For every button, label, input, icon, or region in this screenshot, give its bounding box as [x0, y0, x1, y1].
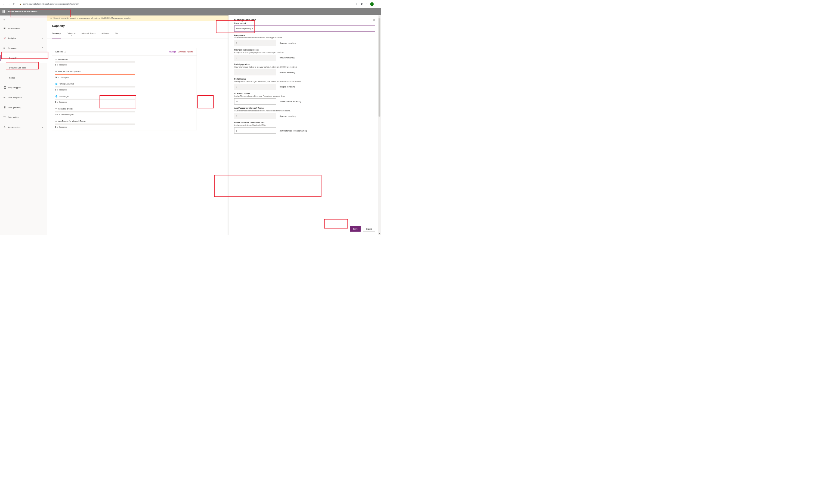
- sidebar-item-analytics[interactable]: 📈Analytics⌄: [0, 33, 47, 43]
- waffle-icon[interactable]: [2, 10, 5, 13]
- addon-label: App Passes for Microsoft Teams: [58, 120, 85, 122]
- capacity-input: [234, 69, 276, 75]
- sidebar-item-data-policies[interactable]: 🛡Data policies: [0, 112, 47, 122]
- headset-icon: 🎧: [4, 86, 6, 89]
- capacity-item-desc: Manage the number of logins allowed on y…: [234, 80, 375, 82]
- panel-capacity-item: App Passes for Microsoft Teams Give unli…: [234, 107, 375, 119]
- url-bar[interactable]: 🔒 admin.powerplatform.microsoft.com/reso…: [17, 1, 353, 7]
- forward-icon[interactable]: →: [7, 2, 11, 6]
- clear-icon[interactable]: ✕: [252, 27, 254, 29]
- sidebar-item-portals[interactable]: Portals: [0, 73, 47, 83]
- environment-value: MSFT PA (default): [237, 27, 251, 29]
- panel-capacity-item: Flow per business process Assign capacit…: [234, 49, 375, 61]
- capacity-remaining: 0 views remaining: [280, 71, 295, 73]
- sidebar-item-environments[interactable]: ▣Environments: [0, 23, 47, 33]
- tab-summary[interactable]: Summary: [52, 31, 61, 38]
- save-button[interactable]: Save: [350, 226, 361, 232]
- star-icon[interactable]: ☆: [355, 2, 359, 6]
- capacity-item-desc: Give unlicensed users access to Power Ap…: [234, 110, 375, 112]
- lock-icon: 🔒: [19, 3, 22, 5]
- reload-icon[interactable]: ⟳: [12, 2, 16, 6]
- addon-label: Portal logins: [59, 95, 70, 97]
- panel-capacity-item: Power Automate Unattended RPA Assign cap…: [234, 122, 375, 134]
- capacity-item-title: Portal logins: [234, 78, 375, 80]
- shield-icon: 🛡: [4, 116, 6, 119]
- addon-progress-bar: [55, 111, 135, 112]
- panel-scrollbar[interactable]: ▴ ▾: [378, 15, 381, 235]
- banner-link[interactable]: Manage added capacity.: [111, 17, 130, 19]
- analytics-icon: 📈: [4, 37, 6, 39]
- addon-icon: ▭: [55, 58, 57, 60]
- banner-text: Some of your added capacity is temporary…: [53, 17, 111, 19]
- download-reports-link[interactable]: Download reports: [177, 50, 193, 54]
- extension-icon[interactable]: ◧: [360, 2, 364, 6]
- capacity-remaining: 249880 credits remaining: [280, 100, 301, 102]
- tab-add-ons[interactable]: Add-ons: [101, 31, 108, 38]
- profile-avatar[interactable]: r: [370, 2, 374, 6]
- scroll-down-icon[interactable]: ▾: [379, 233, 380, 234]
- admin-icon: ⚙: [4, 126, 6, 129]
- panel-title: Manage add-ons: [234, 18, 256, 21]
- addon-icon: ▭: [55, 120, 57, 122]
- app-title: Power Platform admin center: [8, 10, 38, 13]
- addon-row: 🌐Portal page views 0 of 0 assigned: [52, 80, 196, 93]
- panel-capacity-item: Portal page views Allow anonymous visito…: [234, 63, 375, 75]
- capacity-remaining: 0 passes remaining: [280, 115, 296, 117]
- info-icon[interactable]: ⓘ: [64, 51, 66, 53]
- browser-chrome: ← → ⟳ 🔒 admin.powerplatform.microsoft.co…: [0, 0, 381, 8]
- back-icon[interactable]: ←: [2, 2, 5, 6]
- main-content: ⓘ Some of your added capacity is tempora…: [47, 15, 381, 235]
- scroll-up-icon[interactable]: ▴: [379, 16, 380, 18]
- addon-progress-bar: [55, 99, 135, 100]
- tab-trial[interactable]: Trial: [115, 31, 118, 38]
- addon-label: Flow per business process: [58, 70, 81, 73]
- addon-row: 🌐Portal logins 0 of 0 assigned: [52, 93, 196, 105]
- addon-assigned-text: 0 of 0 assigned: [55, 126, 194, 128]
- capacity-remaining: 0 flows remaining: [280, 57, 294, 59]
- sidebar-item-dynamics365[interactable]: Dynamics 365 apps: [0, 63, 47, 73]
- manage-link[interactable]: Manage: [168, 50, 176, 54]
- addon-row: ✦AI Builder credits 120 of 250000 assign…: [52, 105, 196, 118]
- capacity-input[interactable]: [234, 128, 276, 134]
- tab-microsoft-teams[interactable]: Microsoft Teams: [82, 31, 95, 38]
- addon-icon: 🌐: [55, 83, 58, 85]
- resources-icon: ⧉: [4, 47, 6, 49]
- kebab-icon[interactable]: ⋮: [375, 2, 379, 6]
- capacity-input: [234, 55, 276, 61]
- panel-capacity-item: App passes Give unlicensed users access …: [234, 34, 375, 46]
- capacity-item-title: Power Automate Unattended RPA: [234, 122, 375, 124]
- puzzle-icon[interactable]: ✦: [365, 2, 369, 6]
- capacity-input[interactable]: [234, 98, 276, 104]
- environments-icon: ▣: [4, 27, 6, 30]
- addons-card-title: Add-ons ⓘ: [55, 51, 66, 53]
- addon-label: Portal page views: [59, 83, 74, 85]
- capacity-item-desc: Allow anonymous visitors to use your por…: [234, 66, 375, 68]
- addon-progress-bar: [55, 86, 135, 87]
- capacity-item-title: Portal page views: [234, 63, 375, 65]
- sidebar-item-capacity[interactable]: Capacity: [0, 53, 47, 63]
- capacity-item-title: App Passes for Microsoft Teams: [234, 107, 375, 109]
- app-header: Power Platform admin center: [0, 8, 381, 15]
- sidebar-item-admin-centers[interactable]: ⚙Admin centers⌄: [0, 122, 47, 132]
- addon-progress-bar: [55, 124, 135, 125]
- sidebar-item-data-integration[interactable]: ⇄Data integration: [0, 93, 47, 102]
- sidebar-item-data-preview[interactable]: 🗄Data (preview): [0, 102, 47, 112]
- sidebar-item-resources[interactable]: ⧉Resources⌃: [0, 43, 47, 53]
- cancel-button[interactable]: Cancel: [363, 226, 375, 232]
- sidebar-item-help[interactable]: 🎧Help + support: [0, 83, 47, 92]
- addon-icon: 🌐: [55, 95, 58, 97]
- panel-capacity-item: AI Builder credits Assign AI processing …: [234, 92, 375, 104]
- scroll-thumb[interactable]: [379, 18, 381, 117]
- environment-input[interactable]: MSFT PA (default) ✕: [234, 26, 375, 32]
- sidebar-hamburger[interactable]: ≡: [0, 16, 47, 23]
- addon-row: ⚙Flow per business process 10 of 10 assi…: [52, 68, 196, 80]
- addon-assigned-text: 0 of 0 assigned: [55, 64, 194, 66]
- close-icon[interactable]: ✕: [373, 18, 375, 21]
- data-integration-icon: ⇄: [4, 96, 6, 99]
- manage-addons-panel: Manage add-ons ✕ Environment MSFT PA (de…: [229, 15, 381, 235]
- addon-assigned-text: 0 of 0 assigned: [55, 101, 194, 103]
- capacity-item-title: App passes: [234, 34, 375, 36]
- chevron-down-icon: ⌄: [42, 37, 43, 39]
- tab-dataverse[interactable]: Dataverse0: [67, 31, 76, 38]
- url-text: admin.powerplatform.microsoft.com/resour…: [23, 3, 79, 5]
